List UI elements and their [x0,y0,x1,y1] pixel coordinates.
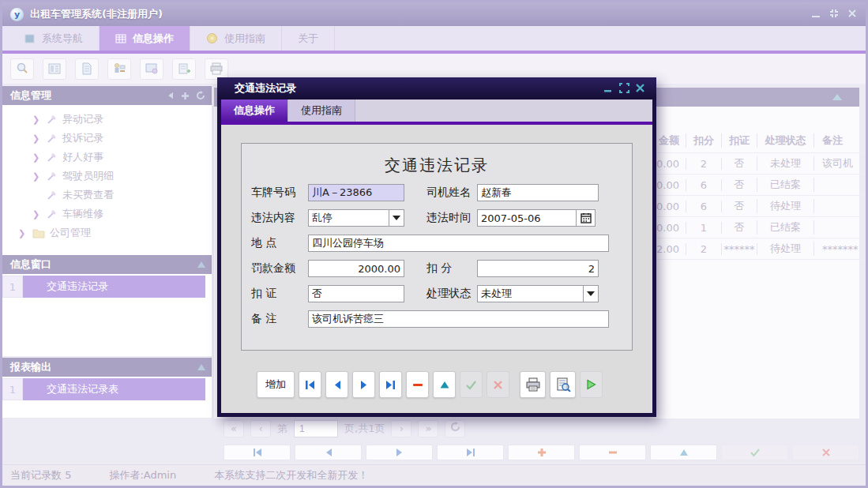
chevron-down-icon[interactable] [583,285,599,302]
next-record-icon[interactable] [366,445,433,460]
page-suffix-label: 页,共1页 [344,422,385,436]
edit-up-icon[interactable] [650,445,717,460]
tree-item-label: 驾驶员明细 [62,169,114,183]
chevron-right-icon[interactable]: ❯ [32,133,42,144]
search-icon[interactable] [10,58,34,80]
previous-record-icon[interactable] [295,445,362,460]
add-button[interactable]: 增加 [257,371,295,398]
chevron-down-icon[interactable] [389,209,404,227]
dialog-tab-user-guide[interactable]: 使用指南 [288,99,355,122]
refresh-icon[interactable] [196,91,205,100]
section-title: 报表输出 [10,361,51,373]
remove-icon[interactable] [579,445,646,460]
page-next-button[interactable]: › [391,420,411,437]
previous-icon[interactable] [325,371,348,398]
monitor-icon[interactable] [140,58,163,80]
driver-input[interactable] [477,184,599,201]
new-document-icon[interactable] [172,58,196,80]
plate-label: 车牌号码 [251,186,308,200]
tab-info-operation[interactable]: 信息操作 [100,26,190,51]
collapse-up-icon[interactable] [832,94,842,100]
section-header-info-manage[interactable]: 信息管理 [2,86,212,105]
chevron-right-icon[interactable]: ❯ [32,209,42,220]
section-header-report-output[interactable]: 报表输出 [2,358,212,377]
last-record-icon[interactable] [437,445,504,460]
section-header-info-window[interactable]: 信息窗口 [2,255,212,274]
tree-item-label: 未买费查看 [62,188,114,202]
dialog-body: 交通违法记录 车牌号码 司机姓名 违法内容 违法时间 [221,125,652,413]
plus-icon[interactable] [181,92,190,100]
points-label: 扣 分 [426,261,477,276]
tree-item-label: 公司管理 [50,226,91,240]
tab-about[interactable]: 关于 [282,26,335,51]
violation-select[interactable] [308,209,404,227]
first-record-icon[interactable] [224,445,291,460]
last-icon[interactable] [379,371,402,398]
points-input[interactable] [477,260,599,277]
chevron-right-icon[interactable]: ❯ [18,228,28,238]
folder-icon [32,227,45,238]
tab-label: 系统导航 [42,32,83,46]
next-icon[interactable] [352,371,375,398]
print-icon[interactable] [520,371,546,398]
dialog-maximize-icon[interactable] [619,83,629,96]
refresh-icon[interactable] [445,420,465,437]
grid-icon [115,33,126,44]
form-list-icon[interactable] [43,58,66,80]
document-icon[interactable] [75,58,99,80]
status-select[interactable] [477,285,599,302]
collapse-left-icon[interactable] [167,92,175,99]
tool-icon [47,208,58,220]
tree-item[interactable]: ❯ 好人好事 [2,148,212,167]
license-input[interactable] [308,285,404,302]
violation-value[interactable] [308,209,389,227]
tree-item[interactable]: ❯ 车辆维修 [2,205,212,223]
chevron-right-icon[interactable]: ❯ [32,114,42,125]
run-icon[interactable] [580,371,603,398]
location-input[interactable] [308,235,609,252]
collapse-up-icon[interactable] [197,364,205,370]
tree-item-company[interactable]: ❯ 公司管理 [2,223,212,242]
minimize-icon[interactable] [810,8,821,19]
tree-item-label: 车辆维修 [62,207,103,221]
chevron-right-icon[interactable]: ❯ [32,152,42,163]
page-number-input[interactable] [294,420,338,437]
close-icon[interactable] [847,8,858,19]
tab-system-nav[interactable]: 系统导航 [9,26,100,51]
first-icon[interactable] [299,371,321,398]
info-window-item[interactable]: 1 交通违法记录 [2,276,212,298]
status-value[interactable] [477,285,583,302]
tab-user-guide[interactable]: 使用指南 [190,26,282,51]
dialog-tab-info-operation[interactable]: 信息操作 [221,99,288,122]
plate-input[interactable] [308,184,404,201]
remark-input[interactable] [308,310,609,328]
tree-item-label: 好人好事 [62,150,103,164]
guide-clock-icon [206,32,218,44]
tree-item[interactable]: ❯ 投诉记录 [2,129,212,148]
up-icon[interactable] [433,371,456,398]
preview-icon[interactable] [550,371,576,398]
tree-item[interactable]: 未买费查看 [2,186,212,205]
time-value[interactable] [477,209,577,227]
fine-input[interactable] [308,260,404,277]
info-window-panel: 1 交通违法记录 [2,274,212,356]
sidebar: 信息管理 ❯ 异动记录 ❯ 投诉记录 ❯ 好人好事 [2,84,212,464]
tree-item-label: 异动记录 [62,112,103,126]
printer-icon[interactable] [205,58,228,80]
delete-icon[interactable] [406,371,429,398]
collapse-up-icon[interactable] [197,261,205,268]
chevron-right-icon[interactable]: ❯ [32,171,42,182]
page-first-button[interactable]: « [224,420,244,437]
dialog-minimize-icon[interactable] [603,83,614,96]
tree-item[interactable]: ❯ 驾驶员明细 [2,167,212,186]
calendar-icon[interactable] [577,209,596,227]
tree-item[interactable]: ❯ 异动记录 [2,110,212,129]
page-prev-button[interactable]: ‹ [250,420,271,437]
restore-icon[interactable] [829,8,840,19]
page-last-button[interactable]: » [418,420,438,437]
time-picker[interactable] [477,209,596,227]
add-icon[interactable] [508,445,575,460]
dialog-close-icon[interactable] [635,83,645,96]
user-report-icon[interactable] [107,58,131,80]
report-output-item[interactable]: 1 交通违法记录表 [2,378,212,400]
